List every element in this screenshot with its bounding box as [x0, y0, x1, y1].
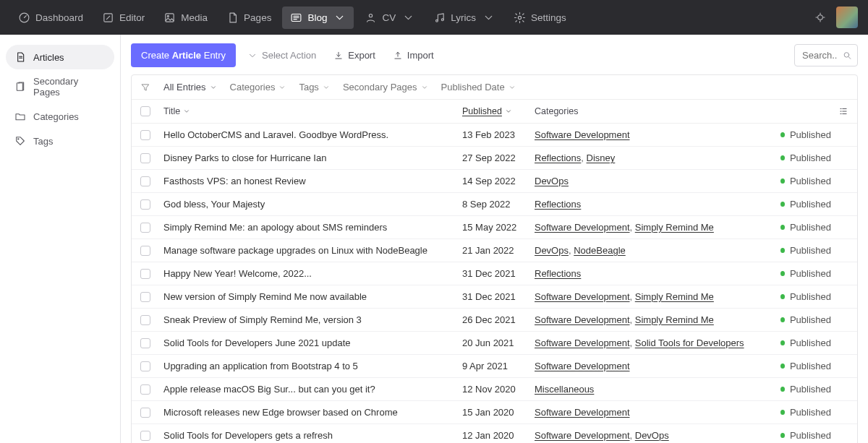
- table-row[interactable]: Solid Tools for Developers June 2021 upd…: [132, 332, 857, 355]
- filter-secondary-pages[interactable]: Secondary Pages: [343, 82, 428, 93]
- filter-all-entries[interactable]: All Entries: [163, 82, 217, 93]
- row-checkbox[interactable]: [140, 384, 150, 395]
- table-row[interactable]: God bless, Your Majesty8 Sep 2022Reflect…: [132, 193, 857, 216]
- category-link[interactable]: Reflections: [535, 152, 581, 163]
- category-link[interactable]: Software Development: [535, 430, 630, 441]
- table-row[interactable]: Happy New Year! Welcome, 2022...31 Dec 2…: [132, 262, 857, 285]
- row-title[interactable]: Apple release macOS Big Sur... but can y…: [158, 384, 462, 395]
- row-title[interactable]: Solid Tools for Developers June 2021 upd…: [158, 337, 462, 348]
- category-link[interactable]: Simply Remind Me: [635, 222, 714, 233]
- row-checkbox[interactable]: [140, 408, 150, 418]
- row-title[interactable]: God bless, Your Majesty: [158, 199, 462, 210]
- nav-pages[interactable]: Pages: [218, 7, 279, 29]
- row-title[interactable]: Upgrading an application from Bootstrap …: [158, 361, 462, 371]
- create-article-button[interactable]: Create Article Entry: [131, 43, 236, 67]
- sidebar-item-articles[interactable]: Articles: [6, 45, 114, 69]
- row-checkbox[interactable]: [140, 315, 150, 325]
- row-title[interactable]: Fasthosts VPS: an honest Review: [158, 176, 462, 186]
- nav-cv[interactable]: CV: [357, 7, 422, 29]
- filter-icon[interactable]: [140, 82, 150, 93]
- export-button[interactable]: Export: [328, 46, 381, 65]
- table-row[interactable]: Microsoft releases new Edge browser base…: [132, 401, 857, 424]
- row-checkbox[interactable]: [140, 361, 150, 371]
- filter-tags[interactable]: Tags: [299, 82, 329, 93]
- category-link[interactable]: Simply Remind Me: [635, 291, 714, 302]
- row-checkbox[interactable]: [140, 269, 150, 279]
- row-categories: Software Development, Simply Remind Me: [535, 291, 780, 302]
- nav-dashboard[interactable]: Dashboard: [10, 7, 91, 29]
- row-title[interactable]: Happy New Year! Welcome, 2022...: [158, 268, 462, 279]
- svg-point-5: [370, 14, 373, 17]
- row-checkbox[interactable]: [140, 153, 150, 163]
- sidebar-item-tags[interactable]: Tags: [6, 129, 114, 153]
- row-title[interactable]: Manage software package upgrades on Linu…: [158, 245, 462, 256]
- category-link[interactable]: Miscellaneous: [535, 384, 594, 395]
- category-link[interactable]: Software Development: [535, 337, 630, 348]
- header-published[interactable]: Published: [462, 106, 535, 116]
- nav-label: Settings: [531, 12, 566, 23]
- nav-editor[interactable]: Editor: [94, 7, 153, 29]
- header-title[interactable]: Title: [158, 106, 462, 116]
- import-button[interactable]: Import: [387, 46, 440, 65]
- table-row[interactable]: Fasthosts VPS: an honest Review14 Sep 20…: [132, 170, 857, 193]
- row-checkbox[interactable]: [140, 431, 150, 441]
- target-icon[interactable]: [814, 12, 826, 23]
- category-link[interactable]: Reflections: [535, 199, 581, 210]
- row-checkbox[interactable]: [140, 176, 150, 186]
- table-row[interactable]: Disney Parks to close for Hurricane Ian2…: [132, 147, 857, 170]
- row-checkbox[interactable]: [140, 130, 150, 140]
- nav-media[interactable]: Media: [156, 7, 216, 29]
- select-all-checkbox[interactable]: [140, 106, 150, 116]
- nav-settings[interactable]: Settings: [506, 7, 574, 29]
- row-title[interactable]: Hello OctoberCMS and Laravel. Goodbye Wo…: [158, 129, 462, 140]
- category-link[interactable]: Disney: [587, 152, 616, 163]
- sidebar-item-categories[interactable]: Categories: [6, 104, 114, 129]
- category-link[interactable]: Reflections: [535, 268, 581, 279]
- nav-blog[interactable]: Blog: [282, 7, 354, 29]
- table-row[interactable]: Hello OctoberCMS and Laravel. Goodbye Wo…: [132, 124, 857, 147]
- filter-categories[interactable]: Categories: [230, 82, 286, 93]
- sidebar-item-secondary-pages[interactable]: Secondary Pages: [6, 69, 114, 104]
- category-link[interactable]: NodeBeagle: [574, 245, 626, 256]
- filter-published-date[interactable]: Published Date: [441, 82, 516, 93]
- status-dot-icon: [780, 433, 785, 438]
- category-link[interactable]: Software Development: [535, 314, 630, 325]
- category-link[interactable]: DevOps: [535, 176, 569, 186]
- row-published-date: 26 Dec 2021: [462, 314, 535, 325]
- table-row[interactable]: New version of Simply Remind Me now avai…: [132, 285, 857, 309]
- category-link[interactable]: Software Development: [535, 407, 630, 418]
- row-categories: Miscellaneous: [535, 384, 780, 395]
- row-checkbox[interactable]: [140, 199, 150, 210]
- chevron-down-icon: [333, 12, 346, 24]
- category-link[interactable]: DevOps: [535, 245, 569, 256]
- row-title[interactable]: Simply Remind Me: an apology about SMS r…: [158, 222, 462, 233]
- row-checkbox[interactable]: [140, 246, 150, 256]
- table-row[interactable]: Upgrading an application from Bootstrap …: [132, 355, 857, 378]
- category-link[interactable]: Software Development: [535, 361, 630, 371]
- category-link[interactable]: Simply Remind Me: [635, 314, 714, 325]
- row-checkbox[interactable]: [140, 223, 150, 233]
- row-title[interactable]: Sneak Preview of Simply Remind Me, versi…: [158, 314, 462, 325]
- row-title[interactable]: New version of Simply Remind Me now avai…: [158, 291, 462, 302]
- row-categories: Software Development, Simply Remind Me: [535, 314, 780, 325]
- row-checkbox[interactable]: [140, 338, 150, 348]
- category-link[interactable]: Software Development: [535, 129, 630, 140]
- list-settings-icon[interactable]: [838, 106, 848, 116]
- row-title[interactable]: Microsoft releases new Edge browser base…: [158, 407, 462, 418]
- row-title[interactable]: Disney Parks to close for Hurricane Ian: [158, 152, 462, 163]
- table-row[interactable]: Manage software package upgrades on Linu…: [132, 239, 857, 262]
- category-link[interactable]: Software Development: [535, 291, 630, 302]
- category-link[interactable]: DevOps: [635, 430, 669, 441]
- category-link[interactable]: Solid Tools for Developers: [635, 337, 744, 348]
- chevron-down-icon: [421, 84, 428, 91]
- table-row[interactable]: Sneak Preview of Simply Remind Me, versi…: [132, 309, 857, 332]
- table-row[interactable]: Simply Remind Me: an apology about SMS r…: [132, 216, 857, 239]
- avatar[interactable]: [836, 7, 858, 28]
- table-row[interactable]: Solid Tools for Developers gets a refres…: [132, 424, 857, 443]
- row-title[interactable]: Solid Tools for Developers gets a refres…: [158, 430, 462, 441]
- table-row[interactable]: Apple release macOS Big Sur... but can y…: [132, 378, 857, 401]
- nav-lyrics[interactable]: Lyrics: [425, 7, 503, 29]
- row-checkbox[interactable]: [140, 292, 150, 302]
- category-link[interactable]: Software Development: [535, 222, 630, 233]
- select-action-dropdown[interactable]: Select Action: [242, 46, 322, 65]
